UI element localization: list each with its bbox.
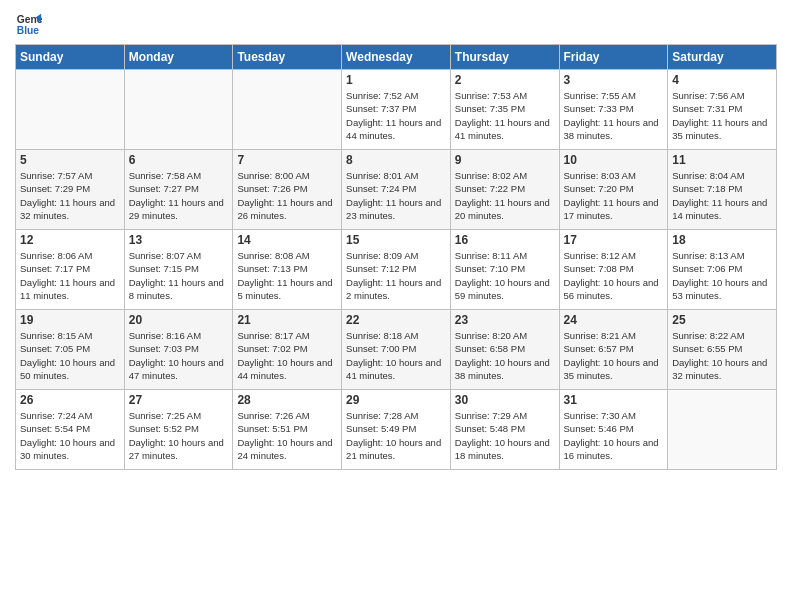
day-info: Sunrise: 7:52 AMSunset: 7:37 PMDaylight:… (346, 89, 446, 142)
day-info: Sunrise: 7:26 AMSunset: 5:51 PMDaylight:… (237, 409, 337, 462)
calendar-cell: 9Sunrise: 8:02 AMSunset: 7:22 PMDaylight… (450, 150, 559, 230)
day-number: 3 (564, 73, 664, 87)
calendar-header-row: SundayMondayTuesdayWednesdayThursdayFrid… (16, 45, 777, 70)
day-number: 14 (237, 233, 337, 247)
day-number: 19 (20, 313, 120, 327)
logo: General Blue (15, 10, 43, 38)
day-info: Sunrise: 8:11 AMSunset: 7:10 PMDaylight:… (455, 249, 555, 302)
day-number: 24 (564, 313, 664, 327)
calendar-cell (124, 70, 233, 150)
day-number: 5 (20, 153, 120, 167)
calendar-cell (16, 70, 125, 150)
day-number: 13 (129, 233, 229, 247)
day-number: 12 (20, 233, 120, 247)
day-info: Sunrise: 8:09 AMSunset: 7:12 PMDaylight:… (346, 249, 446, 302)
day-info: Sunrise: 8:06 AMSunset: 7:17 PMDaylight:… (20, 249, 120, 302)
day-info: Sunrise: 8:13 AMSunset: 7:06 PMDaylight:… (672, 249, 772, 302)
calendar-cell: 1Sunrise: 7:52 AMSunset: 7:37 PMDaylight… (342, 70, 451, 150)
calendar-cell: 31Sunrise: 7:30 AMSunset: 5:46 PMDayligh… (559, 390, 668, 470)
day-info: Sunrise: 7:57 AMSunset: 7:29 PMDaylight:… (20, 169, 120, 222)
day-number: 6 (129, 153, 229, 167)
calendar-cell: 3Sunrise: 7:55 AMSunset: 7:33 PMDaylight… (559, 70, 668, 150)
calendar-table: SundayMondayTuesdayWednesdayThursdayFrid… (15, 44, 777, 470)
calendar-dow-header: Monday (124, 45, 233, 70)
day-number: 17 (564, 233, 664, 247)
day-number: 29 (346, 393, 446, 407)
day-info: Sunrise: 8:16 AMSunset: 7:03 PMDaylight:… (129, 329, 229, 382)
day-number: 21 (237, 313, 337, 327)
calendar-week-row: 12Sunrise: 8:06 AMSunset: 7:17 PMDayligh… (16, 230, 777, 310)
calendar-cell: 12Sunrise: 8:06 AMSunset: 7:17 PMDayligh… (16, 230, 125, 310)
day-info: Sunrise: 8:22 AMSunset: 6:55 PMDaylight:… (672, 329, 772, 382)
day-number: 1 (346, 73, 446, 87)
day-info: Sunrise: 8:04 AMSunset: 7:18 PMDaylight:… (672, 169, 772, 222)
day-info: Sunrise: 7:55 AMSunset: 7:33 PMDaylight:… (564, 89, 664, 142)
calendar-cell: 28Sunrise: 7:26 AMSunset: 5:51 PMDayligh… (233, 390, 342, 470)
day-number: 2 (455, 73, 555, 87)
calendar-dow-header: Sunday (16, 45, 125, 70)
day-number: 26 (20, 393, 120, 407)
day-number: 23 (455, 313, 555, 327)
day-info: Sunrise: 8:17 AMSunset: 7:02 PMDaylight:… (237, 329, 337, 382)
calendar-cell: 25Sunrise: 8:22 AMSunset: 6:55 PMDayligh… (668, 310, 777, 390)
day-info: Sunrise: 8:00 AMSunset: 7:26 PMDaylight:… (237, 169, 337, 222)
calendar-cell: 18Sunrise: 8:13 AMSunset: 7:06 PMDayligh… (668, 230, 777, 310)
calendar-cell: 5Sunrise: 7:57 AMSunset: 7:29 PMDaylight… (16, 150, 125, 230)
calendar-cell: 30Sunrise: 7:29 AMSunset: 5:48 PMDayligh… (450, 390, 559, 470)
calendar-cell: 11Sunrise: 8:04 AMSunset: 7:18 PMDayligh… (668, 150, 777, 230)
day-number: 15 (346, 233, 446, 247)
day-number: 22 (346, 313, 446, 327)
calendar-cell: 22Sunrise: 8:18 AMSunset: 7:00 PMDayligh… (342, 310, 451, 390)
calendar-cell: 4Sunrise: 7:56 AMSunset: 7:31 PMDaylight… (668, 70, 777, 150)
day-number: 4 (672, 73, 772, 87)
calendar-cell: 2Sunrise: 7:53 AMSunset: 7:35 PMDaylight… (450, 70, 559, 150)
calendar-dow-header: Wednesday (342, 45, 451, 70)
day-number: 25 (672, 313, 772, 327)
calendar-week-row: 5Sunrise: 7:57 AMSunset: 7:29 PMDaylight… (16, 150, 777, 230)
day-info: Sunrise: 7:24 AMSunset: 5:54 PMDaylight:… (20, 409, 120, 462)
day-info: Sunrise: 7:29 AMSunset: 5:48 PMDaylight:… (455, 409, 555, 462)
day-info: Sunrise: 8:12 AMSunset: 7:08 PMDaylight:… (564, 249, 664, 302)
day-info: Sunrise: 7:28 AMSunset: 5:49 PMDaylight:… (346, 409, 446, 462)
day-number: 16 (455, 233, 555, 247)
day-info: Sunrise: 8:15 AMSunset: 7:05 PMDaylight:… (20, 329, 120, 382)
calendar-cell: 15Sunrise: 8:09 AMSunset: 7:12 PMDayligh… (342, 230, 451, 310)
calendar-cell: 20Sunrise: 8:16 AMSunset: 7:03 PMDayligh… (124, 310, 233, 390)
day-info: Sunrise: 7:53 AMSunset: 7:35 PMDaylight:… (455, 89, 555, 142)
day-info: Sunrise: 7:25 AMSunset: 5:52 PMDaylight:… (129, 409, 229, 462)
calendar-cell: 24Sunrise: 8:21 AMSunset: 6:57 PMDayligh… (559, 310, 668, 390)
day-info: Sunrise: 8:07 AMSunset: 7:15 PMDaylight:… (129, 249, 229, 302)
calendar-cell: 17Sunrise: 8:12 AMSunset: 7:08 PMDayligh… (559, 230, 668, 310)
calendar-cell (233, 70, 342, 150)
day-info: Sunrise: 8:18 AMSunset: 7:00 PMDaylight:… (346, 329, 446, 382)
day-number: 30 (455, 393, 555, 407)
calendar-cell: 27Sunrise: 7:25 AMSunset: 5:52 PMDayligh… (124, 390, 233, 470)
day-info: Sunrise: 8:08 AMSunset: 7:13 PMDaylight:… (237, 249, 337, 302)
calendar-cell: 8Sunrise: 8:01 AMSunset: 7:24 PMDaylight… (342, 150, 451, 230)
page-container: General Blue SundayMondayTuesdayWednesda… (0, 0, 792, 480)
day-info: Sunrise: 8:21 AMSunset: 6:57 PMDaylight:… (564, 329, 664, 382)
day-info: Sunrise: 8:02 AMSunset: 7:22 PMDaylight:… (455, 169, 555, 222)
calendar-cell: 23Sunrise: 8:20 AMSunset: 6:58 PMDayligh… (450, 310, 559, 390)
calendar-cell: 21Sunrise: 8:17 AMSunset: 7:02 PMDayligh… (233, 310, 342, 390)
day-number: 9 (455, 153, 555, 167)
day-number: 27 (129, 393, 229, 407)
calendar-dow-header: Saturday (668, 45, 777, 70)
day-info: Sunrise: 7:56 AMSunset: 7:31 PMDaylight:… (672, 89, 772, 142)
calendar-cell: 6Sunrise: 7:58 AMSunset: 7:27 PMDaylight… (124, 150, 233, 230)
day-number: 28 (237, 393, 337, 407)
day-number: 18 (672, 233, 772, 247)
calendar-cell: 19Sunrise: 8:15 AMSunset: 7:05 PMDayligh… (16, 310, 125, 390)
day-number: 20 (129, 313, 229, 327)
day-info: Sunrise: 8:03 AMSunset: 7:20 PMDaylight:… (564, 169, 664, 222)
day-number: 8 (346, 153, 446, 167)
calendar-cell: 29Sunrise: 7:28 AMSunset: 5:49 PMDayligh… (342, 390, 451, 470)
calendar-cell: 26Sunrise: 7:24 AMSunset: 5:54 PMDayligh… (16, 390, 125, 470)
svg-text:Blue: Blue (17, 25, 40, 36)
header: General Blue (15, 10, 777, 38)
calendar-cell: 16Sunrise: 8:11 AMSunset: 7:10 PMDayligh… (450, 230, 559, 310)
logo-icon: General Blue (15, 10, 43, 38)
day-info: Sunrise: 7:30 AMSunset: 5:46 PMDaylight:… (564, 409, 664, 462)
day-info: Sunrise: 8:20 AMSunset: 6:58 PMDaylight:… (455, 329, 555, 382)
calendar-dow-header: Tuesday (233, 45, 342, 70)
